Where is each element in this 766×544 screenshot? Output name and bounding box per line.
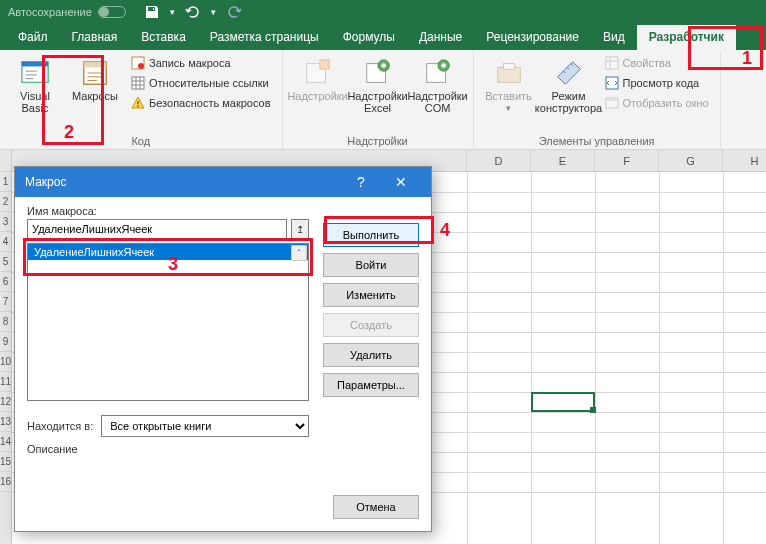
dialog-titlebar[interactable]: Макрос ? ✕ <box>15 167 431 197</box>
tab-developer[interactable]: Разработчик <box>637 25 736 50</box>
com-addins-button[interactable]: Надстройки COM <box>411 54 465 118</box>
insert-control-button[interactable]: Вставить ▾ <box>482 54 536 118</box>
macro-security-label: Безопасность макросов <box>149 97 271 109</box>
svg-rect-21 <box>606 98 618 101</box>
tab-data[interactable]: Данные <box>407 25 474 50</box>
close-icon[interactable]: ✕ <box>381 167 421 197</box>
run-dialog-label: Отобразить окно <box>623 97 709 109</box>
view-code-button[interactable]: Просмотр кода <box>602 74 712 92</box>
ribbon-tabs: Файл Главная Вставка Разметка страницы Ф… <box>0 24 766 50</box>
excel-addins-button[interactable]: Надстройки Excel <box>351 54 405 118</box>
autosave-label: Автосохранение <box>8 6 92 18</box>
row-header[interactable]: 10 <box>0 352 11 372</box>
svg-rect-6 <box>132 77 144 89</box>
tab-file[interactable]: Файл <box>6 25 60 50</box>
quick-access-toolbar: ▾ ▾ <box>144 4 242 20</box>
com-addins-icon <box>423 58 453 88</box>
svg-rect-1 <box>22 62 48 67</box>
properties-icon <box>605 56 619 70</box>
relative-refs-button[interactable]: Относительные ссылки <box>128 74 274 92</box>
warning-icon <box>131 96 145 110</box>
svg-rect-18 <box>606 57 618 69</box>
excel-addins-label: Надстройки Excel <box>347 90 407 114</box>
collapse-icon[interactable]: ↥ <box>291 219 309 239</box>
redo-icon[interactable] <box>226 4 242 20</box>
save-icon[interactable] <box>144 4 160 20</box>
group-code-title: Код <box>8 133 274 147</box>
dialog-title: Макрос <box>25 175 66 189</box>
row-header[interactable]: 11 <box>0 372 11 392</box>
qat-dropdown-icon[interactable]: ▾ <box>170 7 175 17</box>
relative-refs-label: Относительные ссылки <box>149 77 269 89</box>
macro-security-button[interactable]: Безопасность макросов <box>128 94 274 112</box>
column-header[interactable]: G <box>659 150 723 171</box>
column-header[interactable]: F <box>595 150 659 171</box>
row-header[interactable]: 4 <box>0 232 11 252</box>
edit-button[interactable]: Изменить <box>323 283 419 307</box>
row-header[interactable]: 6 <box>0 272 11 292</box>
row-header[interactable]: 14 <box>0 432 11 452</box>
view-code-label: Просмотр кода <box>623 77 700 89</box>
group-controls-title: Элементы управления <box>482 133 712 147</box>
addins-label: Надстройки <box>287 90 347 102</box>
row-header[interactable]: 9 <box>0 332 11 352</box>
tab-view[interactable]: Вид <box>591 25 637 50</box>
group-code: Visual Basic Макросы Запись макроса Отно… <box>0 50 283 149</box>
row-header[interactable]: 13 <box>0 412 11 432</box>
run-dialog-button[interactable]: Отобразить окно <box>602 94 712 112</box>
toggle-icon <box>98 6 126 18</box>
undo-dropdown-icon[interactable]: ▾ <box>211 7 216 17</box>
tab-review[interactable]: Рецензирование <box>474 25 591 50</box>
row-header[interactable]: 7 <box>0 292 11 312</box>
row-header[interactable]: 16 <box>0 472 11 492</box>
titlebar: Автосохранение ▾ ▾ <box>0 0 766 24</box>
row-header[interactable]: 15 <box>0 452 11 472</box>
selected-cell[interactable] <box>531 392 595 412</box>
row-header[interactable]: 3 <box>0 212 11 232</box>
row-header[interactable]: 2 <box>0 192 11 212</box>
autosave-toggle[interactable]: Автосохранение <box>8 6 126 18</box>
row-header[interactable]: 1 <box>0 172 11 192</box>
properties-button[interactable]: Свойства <box>602 54 712 72</box>
step-into-button[interactable]: Войти <box>323 253 419 277</box>
ribbon: Visual Basic Макросы Запись макроса Отно… <box>0 50 766 150</box>
svg-rect-9 <box>319 60 328 69</box>
row-header[interactable]: 8 <box>0 312 11 332</box>
tab-home[interactable]: Главная <box>60 25 130 50</box>
undo-icon[interactable] <box>185 4 201 20</box>
visual-basic-icon <box>20 58 50 88</box>
create-button: Создать <box>323 313 419 337</box>
column-header[interactable]: E <box>531 150 595 171</box>
scroll-up-icon[interactable]: ˆ <box>291 245 307 261</box>
row-header[interactable]: 12 <box>0 392 11 412</box>
group-addins-title: Надстройки <box>291 133 465 147</box>
group-controls: Вставить ▾ Режим конструктора Свойства П… <box>474 50 721 149</box>
code-icon <box>605 76 619 90</box>
record-macro-button[interactable]: Запись макроса <box>128 54 274 72</box>
column-header[interactable]: D <box>467 150 531 171</box>
options-button[interactable]: Параметры... <box>323 373 419 397</box>
list-item[interactable]: УдалениеЛишнихЯчеек <box>28 244 308 260</box>
row-header[interactable]: 5 <box>0 252 11 272</box>
tab-insert[interactable]: Вставка <box>129 25 198 50</box>
design-mode-label: Режим конструктора <box>535 90 602 114</box>
record-macro-label: Запись макроса <box>149 57 231 69</box>
macro-name-input[interactable] <box>27 219 287 239</box>
tab-formulas[interactable]: Формулы <box>331 25 407 50</box>
addins-button[interactable]: Надстройки <box>291 54 345 106</box>
design-mode-button[interactable]: Режим конструктора <box>542 54 596 118</box>
macro-dialog: Макрос ? ✕ Имя макроса: ↥ УдалениеЛишних… <box>14 166 432 532</box>
delete-button[interactable]: Удалить <box>323 343 419 367</box>
tab-layout[interactable]: Разметка страницы <box>198 25 331 50</box>
svg-point-5 <box>138 63 144 69</box>
macros-button[interactable]: Макросы <box>68 54 122 106</box>
column-header[interactable]: H <box>723 150 766 171</box>
svg-point-7 <box>137 105 139 107</box>
help-icon[interactable]: ? <box>341 167 381 197</box>
svg-point-12 <box>381 63 386 68</box>
located-select[interactable]: Все открытые книги <box>101 415 309 437</box>
visual-basic-button[interactable]: Visual Basic <box>8 54 62 118</box>
macro-listbox[interactable]: УдалениеЛишнихЯчеек ˆ <box>27 243 309 401</box>
run-button[interactable]: Выполнить <box>323 223 419 247</box>
cancel-button[interactable]: Отмена <box>333 495 419 519</box>
